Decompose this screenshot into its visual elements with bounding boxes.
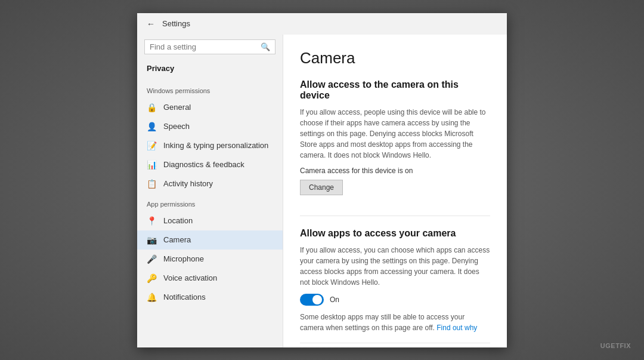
location-icon: 📍: [147, 216, 156, 226]
activity-icon: 📋: [147, 179, 156, 189]
sidebar-item-label: General: [163, 103, 191, 112]
sidebar-item-label: Voice activation: [163, 273, 217, 282]
desktop-apps-note: Some desktop apps may still be able to a…: [300, 312, 490, 333]
app-permissions-label: App permissions: [137, 193, 283, 211]
sidebar-item-voice[interactable]: 🔑 Voice activation: [137, 269, 283, 288]
divider1: [300, 216, 490, 216]
sidebar-item-diagnostics[interactable]: 📊 Diagnostics & feedback: [137, 155, 283, 174]
windows-permissions-label: Windows permissions: [137, 80, 283, 98]
main-content: Camera Allow access to the camera on thi…: [283, 35, 507, 347]
allow-access-description: If you allow access, people using this d…: [300, 107, 490, 161]
change-button[interactable]: Change: [300, 180, 343, 195]
allow-apps-description: If you allow access, you can choose whic…: [300, 245, 490, 288]
sidebar-item-label: Location: [163, 216, 193, 225]
search-input[interactable]: [150, 42, 257, 51]
sidebar-item-label: Notifications: [163, 293, 206, 301]
allow-apps-toggle-row: On: [300, 294, 490, 306]
camera-status: Camera access for this device is on: [300, 167, 490, 175]
sidebar-item-general[interactable]: 🔒 General: [137, 98, 283, 117]
speech-icon: 👤: [147, 122, 156, 131]
notifications-icon: 🔔: [147, 293, 156, 302]
sidebar-item-label: Microphone: [163, 254, 204, 263]
sidebar-item-activity[interactable]: 📋 Activity history: [137, 174, 283, 193]
allow-access-title: Allow access to the camera on this devic…: [300, 79, 490, 101]
sidebar-item-label: Camera: [163, 235, 191, 244]
sidebar-item-label: Inking & typing personalization: [163, 141, 268, 150]
search-icon: 🔍: [261, 42, 270, 51]
back-button[interactable]: ←: [144, 18, 157, 30]
find-out-link[interactable]: Find out why: [436, 324, 477, 332]
sidebar-item-label: Speech: [163, 122, 190, 131]
watermark: UGETFIX: [600, 342, 631, 349]
sidebar-item-microphone[interactable]: 🎤 Microphone: [137, 250, 283, 269]
camera-icon: 📷: [147, 235, 156, 245]
inking-icon: 📝: [147, 141, 156, 150]
voice-icon: 🔑: [147, 273, 156, 283]
window-title: Settings: [162, 19, 190, 28]
diagnostics-icon: 📊: [147, 160, 156, 170]
page-title: Camera: [300, 49, 490, 67]
search-box[interactable]: 🔍: [144, 39, 275, 54]
sidebar-item-speech[interactable]: 👤 Speech: [137, 117, 283, 136]
privacy-label: Privacy: [137, 59, 283, 80]
sidebar: 🔍 Privacy Windows permissions 🔒 General …: [137, 35, 283, 347]
divider2: [300, 343, 490, 343]
sidebar-item-camera[interactable]: 📷 Camera: [137, 230, 283, 250]
allow-apps-toggle[interactable]: [300, 294, 324, 306]
sidebar-item-inking[interactable]: 📝 Inking & typing personalization: [137, 136, 283, 155]
sidebar-item-location[interactable]: 📍 Location: [137, 211, 283, 230]
microphone-icon: 🎤: [147, 254, 156, 264]
sidebar-item-notifications[interactable]: 🔔 Notifications: [137, 288, 283, 307]
sidebar-item-label: Diagnostics & feedback: [163, 160, 244, 169]
sidebar-item-label: Activity history: [163, 179, 213, 188]
allow-apps-toggle-label: On: [330, 296, 339, 304]
titlebar: ← Settings: [137, 13, 507, 35]
lock-icon: 🔒: [147, 103, 156, 112]
allow-apps-title: Allow apps to access your camera: [300, 228, 490, 239]
